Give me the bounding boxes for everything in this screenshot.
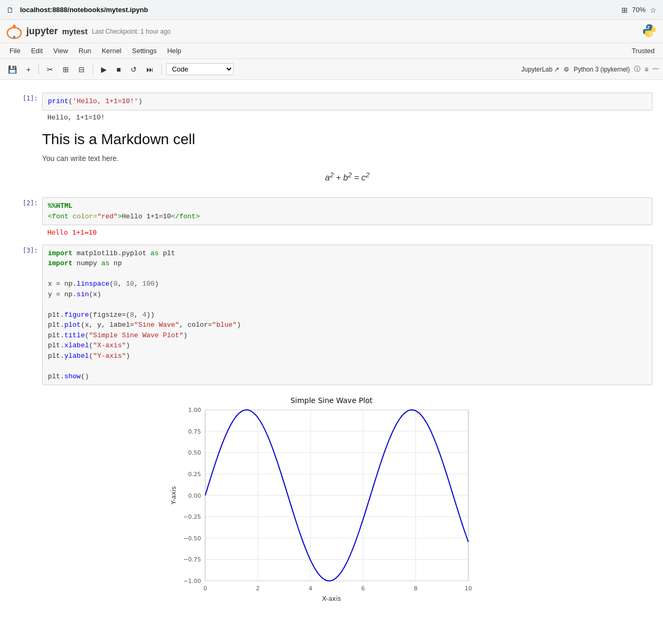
menu-kernel[interactable]: Kernel	[96, 45, 127, 56]
toolbar-divider-2	[93, 64, 93, 75]
add-cell-button[interactable]: +	[23, 63, 34, 76]
jupyterlab-link[interactable]: JupyterLab ↗	[521, 66, 560, 73]
svg-text:−0.50: −0.50	[183, 535, 201, 542]
toolbar-divider-3	[162, 64, 162, 75]
svg-text:−0.75: −0.75	[183, 557, 201, 564]
copy-button[interactable]: ⊞	[59, 63, 73, 76]
interrupt-button[interactable]: ■	[113, 63, 124, 76]
toolbar-wave-icon: 〰	[652, 66, 659, 73]
app-name: jupyter	[26, 26, 58, 37]
sine-wave-svg: Simple Sine Wave Plot 1.00 0.75	[168, 391, 495, 612]
svg-text:8: 8	[414, 585, 418, 592]
notebook: [1]: print('Hello, 1+1=10!') Hello, 1+1=…	[0, 80, 663, 635]
menu-view[interactable]: View	[48, 45, 73, 56]
menu-file[interactable]: File	[4, 45, 26, 56]
svg-text:−1.00: −1.00	[183, 578, 201, 585]
svg-text:2: 2	[256, 585, 260, 592]
menu-bar: File Edit View Run Kernel Settings Help …	[0, 43, 663, 59]
page-icon: 🗋	[6, 6, 14, 14]
trusted-badge: Trusted	[627, 45, 659, 56]
toolbar: 💾 + ✂ ⊞ ⊟ ▶ ■ ↺ ⏭ Code Markdown Raw NBCo…	[0, 59, 663, 80]
math-formula: a2 + b2 = c2	[42, 171, 652, 183]
toolbar-divider-1	[38, 64, 39, 75]
cell-2-input[interactable]: %%HTML <font color="red">Hello 1+1=10</f…	[42, 197, 652, 225]
svg-point-1	[13, 35, 16, 38]
y-axis-label: Y-axis	[170, 487, 177, 505]
jupyter-logo-icon	[6, 24, 22, 39]
x-axis-label: X-axis	[322, 595, 341, 602]
cell-1-content[interactable]: print('Hello, 1+1=10!') Hello, 1+1=10!	[42, 93, 652, 125]
paste-button[interactable]: ⊟	[75, 63, 88, 76]
sine-wave-plot: Simple Sine Wave Plot 1.00 0.75	[168, 391, 495, 614]
markdown-cell: This is a Markdown cell You can write te…	[0, 127, 663, 195]
svg-text:4: 4	[309, 585, 313, 592]
cell-1-output-text: Hello, 1+1=10!	[47, 114, 105, 122]
markdown-heading: This is a Markdown cell	[42, 131, 652, 148]
save-button[interactable]: 💾	[4, 63, 21, 76]
cell-1-input[interactable]: print('Hello, 1+1=10!')	[42, 93, 652, 110]
url-bar[interactable]: localhost:8888/notebooks/mytest.ipynb	[20, 6, 615, 14]
menu-run[interactable]: Run	[73, 45, 96, 56]
notebook-name[interactable]: mytest	[62, 27, 87, 36]
menu-settings[interactable]: Settings	[127, 45, 162, 56]
svg-text:0.25: 0.25	[188, 471, 202, 478]
browser-bar: 🗋 localhost:8888/notebooks/mytest.ipynb …	[0, 0, 663, 20]
cell-2: [2]: %%HTML <font color="red">Hello 1+1=…	[0, 195, 663, 243]
restart-run-button[interactable]: ⏭	[143, 63, 157, 76]
cut-button[interactable]: ✂	[43, 63, 57, 76]
kernel-info-icon[interactable]: ⓘ	[634, 65, 640, 74]
cell-2-output: Hello 1+1=10	[42, 225, 652, 240]
svg-text:−0.25: −0.25	[183, 514, 201, 520]
cell-1-number: [1]:	[0, 93, 42, 125]
cell-3: [3]: import matplotlib.pyplot as plt imp…	[0, 243, 663, 388]
checkpoint-info: Last Checkpoint: 1 hour ago	[92, 28, 170, 35]
browser-icons: ⊞ 70% ☆	[621, 6, 657, 14]
plot-title: Simple Sine Wave Plot	[290, 396, 373, 405]
cell-1-output: Hello, 1+1=10!	[42, 110, 652, 125]
star-icon: ☆	[650, 6, 657, 14]
qr-icon: ⊞	[621, 6, 628, 14]
cell-3-number: [3]:	[0, 245, 42, 386]
svg-text:10: 10	[465, 585, 472, 592]
kernel-name: Python 3 (ipykernel)	[574, 66, 630, 73]
cell-3-content[interactable]: import matplotlib.pyplot as plt import n…	[42, 245, 652, 386]
svg-text:0.00: 0.00	[188, 492, 202, 499]
restart-button[interactable]: ↺	[127, 63, 140, 76]
svg-text:0.75: 0.75	[188, 428, 202, 435]
menu-help[interactable]: Help	[162, 45, 187, 56]
toolbar-gear-icon[interactable]: ⚙	[564, 66, 569, 73]
cell-3-input[interactable]: import matplotlib.pyplot as plt import n…	[42, 245, 652, 386]
svg-text:0: 0	[204, 585, 207, 592]
toolbar-menu-icon[interactable]: ≡	[645, 66, 648, 73]
run-button[interactable]: ▶	[97, 63, 110, 76]
svg-text:1.00: 1.00	[188, 407, 202, 414]
jupyter-header: jupyter mytest Last Checkpoint: 1 hour a…	[0, 20, 663, 43]
cell-1: [1]: print('Hello, 1+1=10!') Hello, 1+1=…	[0, 90, 663, 127]
menu-edit[interactable]: Edit	[26, 45, 48, 56]
markdown-paragraph: You can write text here.	[42, 154, 652, 163]
cell-2-output-html: Hello 1+1=10	[47, 228, 97, 236]
zoom-level: 70%	[632, 6, 646, 14]
cell-2-content[interactable]: %%HTML <font color="red">Hello 1+1=10</f…	[42, 197, 652, 240]
toolbar-right: JupyterLab ↗ ⚙ Python 3 (ipykernel) ⓘ ≡ …	[521, 65, 659, 74]
python-logo-icon	[642, 23, 657, 38]
cell-type-dropdown[interactable]: Code Markdown Raw NBConvert	[166, 63, 234, 75]
cell-2-number: [2]:	[0, 197, 42, 240]
svg-text:6: 6	[361, 585, 365, 592]
svg-text:0.50: 0.50	[188, 450, 202, 457]
plot-output: Simple Sine Wave Plot 1.00 0.75	[42, 391, 621, 614]
